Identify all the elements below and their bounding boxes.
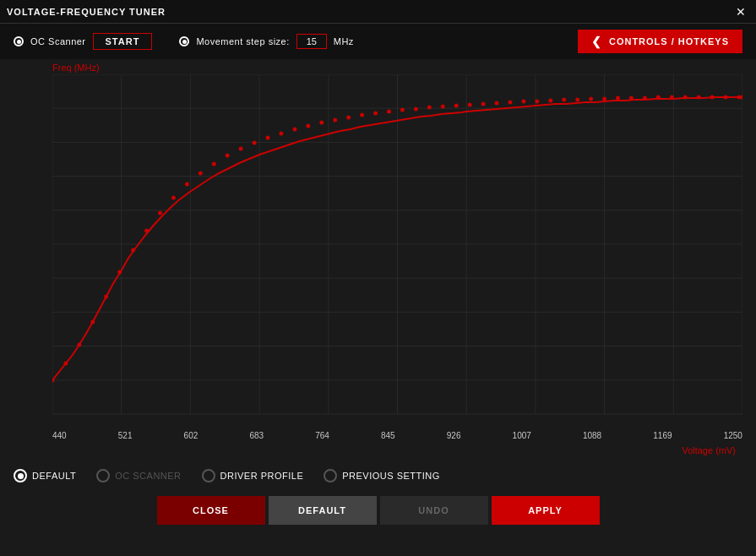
svg-point-67 xyxy=(643,96,647,101)
radio-option-previous-setting[interactable]: PREVIOUS SETTING xyxy=(324,469,440,482)
radio-option-driver-profile[interactable]: DRIVER PROFILE xyxy=(202,469,304,482)
svg-point-65 xyxy=(616,96,620,101)
svg-point-59 xyxy=(535,100,539,104)
x-axis-labels: 440 521 602 683 764 845 926 1007 1088 11… xyxy=(52,429,742,442)
svg-point-33 xyxy=(185,183,189,187)
driver-profile-label: DRIVER PROFILE xyxy=(220,471,304,481)
undo-button[interactable]: UNDO xyxy=(380,496,488,525)
oc-scanner-option-label: OC SCANNER xyxy=(115,471,181,481)
radio-option-default[interactable]: DEFAULT xyxy=(14,469,76,482)
svg-point-35 xyxy=(212,162,216,166)
oc-scanner-label: OC Scanner xyxy=(30,36,86,46)
default-radio[interactable] xyxy=(14,469,27,482)
svg-point-24 xyxy=(63,362,68,366)
svg-point-62 xyxy=(575,98,579,102)
chart-area: Freq (MHz) 3500 3150 2800 2450 2100 1750… xyxy=(0,59,756,461)
svg-point-53 xyxy=(454,104,459,108)
svg-point-40 xyxy=(280,132,284,136)
svg-point-72 xyxy=(710,95,715,100)
svg-point-63 xyxy=(589,97,593,101)
svg-point-29 xyxy=(131,248,135,253)
svg-point-52 xyxy=(441,105,445,109)
controls-hotkeys-button[interactable]: ❮ CONTROLS / HOTKEYS xyxy=(578,30,742,53)
svg-point-34 xyxy=(199,172,203,176)
toolbar: OC Scanner START Movement step size: MHz… xyxy=(0,24,756,59)
svg-point-36 xyxy=(226,154,230,158)
radio-option-oc-scanner[interactable]: OC SCANNER xyxy=(96,469,181,482)
svg-point-43 xyxy=(319,121,324,125)
svg-point-37 xyxy=(239,147,243,151)
movement-radio[interactable] xyxy=(179,36,189,46)
freq-axis-label: Freq (MHz) xyxy=(52,63,742,73)
svg-point-70 xyxy=(683,95,688,100)
oc-scanner-group: OC Scanner START xyxy=(14,33,152,50)
svg-point-49 xyxy=(400,108,405,112)
svg-point-60 xyxy=(548,99,552,103)
svg-point-56 xyxy=(495,101,499,106)
window-title: VOLTAGE-FREQUENCY TUNER xyxy=(7,7,166,17)
title-bar: VOLTAGE-FREQUENCY TUNER ✕ xyxy=(0,0,756,24)
chevron-left-icon: ❮ xyxy=(591,35,602,48)
svg-point-30 xyxy=(144,229,149,233)
window-close-icon[interactable]: ✕ xyxy=(732,3,749,20)
svg-point-31 xyxy=(158,211,162,215)
step-size-input[interactable] xyxy=(296,34,327,49)
svg-point-66 xyxy=(629,96,634,101)
default-label: DEFAULT xyxy=(32,471,76,481)
previous-setting-radio[interactable] xyxy=(324,469,337,482)
default-button[interactable]: DEFAULT xyxy=(269,496,377,525)
svg-point-45 xyxy=(346,116,351,120)
svg-point-54 xyxy=(468,103,472,107)
radio-options: DEFAULT OC SCANNER DRIVER PROFILE PREVIO… xyxy=(0,462,756,489)
voltage-axis-label: Voltage (mV) xyxy=(682,445,736,455)
svg-point-55 xyxy=(481,102,486,106)
start-button[interactable]: START xyxy=(93,33,153,50)
movement-group: Movement step size: MHz xyxy=(179,34,353,49)
svg-point-69 xyxy=(670,95,674,100)
svg-point-61 xyxy=(562,98,566,102)
movement-label: Movement step size: xyxy=(196,36,289,46)
apply-button[interactable]: APPLY xyxy=(492,496,600,525)
svg-point-42 xyxy=(306,124,310,128)
svg-point-25 xyxy=(77,343,81,347)
svg-point-38 xyxy=(253,141,257,145)
svg-point-48 xyxy=(387,110,391,114)
svg-point-26 xyxy=(90,320,95,324)
svg-point-57 xyxy=(509,101,513,105)
chart-container xyxy=(52,74,742,429)
previous-setting-label: PREVIOUS SETTING xyxy=(342,471,440,481)
svg-point-41 xyxy=(292,128,296,132)
svg-point-47 xyxy=(373,112,378,116)
action-buttons: CLOSE DEFAULT UNDO APPLY xyxy=(0,489,756,531)
svg-point-44 xyxy=(333,118,337,123)
svg-point-73 xyxy=(724,95,728,100)
svg-point-46 xyxy=(360,113,364,117)
svg-point-71 xyxy=(697,95,701,100)
mhz-label: MHz xyxy=(334,36,354,46)
driver-profile-radio[interactable] xyxy=(202,469,215,482)
svg-point-32 xyxy=(171,196,176,200)
svg-point-64 xyxy=(602,97,606,101)
oc-scanner-radio[interactable] xyxy=(14,36,24,46)
controls-label: CONTROLS / HOTKEYS xyxy=(609,36,729,46)
vf-curve-chart[interactable] xyxy=(52,74,742,429)
svg-point-27 xyxy=(104,295,108,299)
svg-point-68 xyxy=(656,95,661,100)
oc-scanner-radio-option[interactable] xyxy=(96,469,110,482)
svg-point-58 xyxy=(521,100,525,104)
svg-point-39 xyxy=(266,136,270,140)
svg-point-28 xyxy=(117,270,122,275)
close-button[interactable]: CLOSE xyxy=(157,496,265,525)
svg-point-50 xyxy=(414,107,418,112)
svg-point-51 xyxy=(427,106,432,110)
